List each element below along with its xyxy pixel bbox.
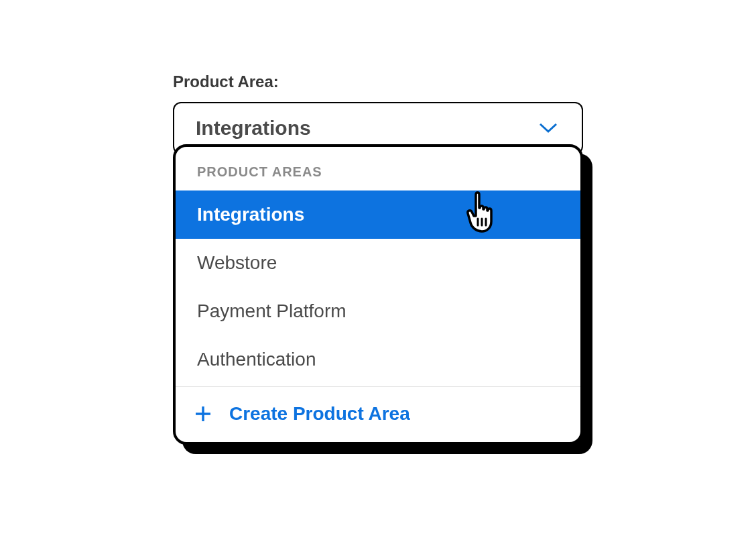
create-label: Create Product Area xyxy=(229,403,410,425)
field-label: Product Area: xyxy=(173,72,583,91)
plus-icon xyxy=(194,405,212,423)
dropdown-item-label: Webstore xyxy=(197,252,277,273)
create-product-area-button[interactable]: Create Product Area xyxy=(176,387,580,442)
dropdown-item-label: Authentication xyxy=(197,349,316,370)
product-area-dropdown: PRODUCT AREAS Integrations Webstore Paym… xyxy=(173,144,583,445)
dropdown-item-authentication[interactable]: Authentication xyxy=(176,335,580,384)
dropdown-item-label: Payment Platform xyxy=(197,301,346,321)
chevron-down-icon xyxy=(539,123,558,133)
dropdown-item-label: Integrations xyxy=(197,204,304,225)
dropdown-item-integrations[interactable]: Integrations xyxy=(176,190,580,239)
dropdown-item-webstore[interactable]: Webstore xyxy=(176,239,580,287)
dropdown-section-header: PRODUCT AREAS xyxy=(176,147,580,190)
dropdown-item-payment-platform[interactable]: Payment Platform xyxy=(176,287,580,335)
select-value: Integrations xyxy=(196,117,311,140)
cursor-hand-icon xyxy=(462,189,501,235)
